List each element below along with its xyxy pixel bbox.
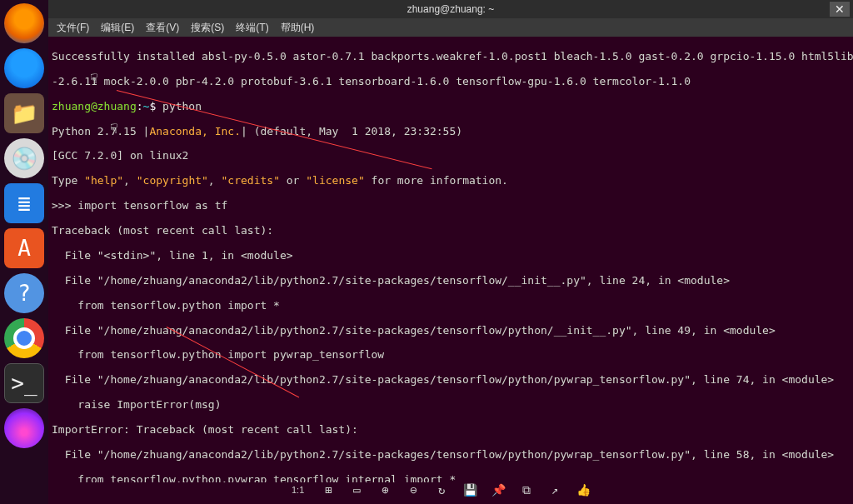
help-icon[interactable]: ? bbox=[4, 273, 44, 313]
pin-icon[interactable]: 📌 bbox=[489, 481, 507, 499]
files-icon[interactable]: 📁 bbox=[4, 93, 44, 133]
menu-edit[interactable]: 编辑(E) bbox=[101, 21, 134, 35]
pip-output-2: -2.6.11 mock-2.0.0 pbr-4.2.0 protobuf-3.… bbox=[52, 76, 850, 88]
tb-line: File "<stdin>", line 1, in <module> bbox=[52, 250, 850, 262]
menu-terminal[interactable]: 终端(T) bbox=[236, 21, 268, 35]
menu-bar: 文件(F) 编辑(E) 查看(V) 搜索(S) 终端(T) 帮助(H) bbox=[48, 18, 853, 37]
tb-line: from tensorflow.python import * bbox=[52, 300, 850, 312]
chrome-icon[interactable] bbox=[4, 318, 44, 358]
thunderbird-icon[interactable] bbox=[4, 48, 44, 88]
tb-line: File "/home/zhuang/anaconda2/lib/python2… bbox=[52, 374, 850, 387]
menu-search[interactable]: 搜索(S) bbox=[191, 21, 224, 35]
screenshot-toolbar: 1:1 ⊞ ▭ ⊕ ⊖ ↻ 💾 📌 ⧉ ↗ 👍 bbox=[292, 480, 592, 500]
window-title: zhuang@zhuang: ~ bbox=[407, 3, 495, 15]
terminal-icon[interactable]: >_ bbox=[4, 363, 44, 403]
menu-file[interactable]: 文件(F) bbox=[57, 21, 89, 35]
launcher-dock: 📁 💿 ≣ A ? >_ bbox=[0, 0, 48, 504]
save-icon[interactable]: 💾 bbox=[461, 481, 479, 499]
tb-line: raise ImportError(msg) bbox=[52, 399, 850, 412]
tb-line: from tensorflow.python import pywrap_ten… bbox=[52, 349, 850, 362]
copy-icon[interactable]: ⧉ bbox=[517, 481, 536, 499]
share-icon[interactable]: ↗ bbox=[546, 481, 564, 499]
flame-icon[interactable] bbox=[4, 408, 44, 448]
prompt-line-1: zhuang@zhuang:~$ python bbox=[52, 101, 850, 113]
close-button[interactable]: ✕ bbox=[830, 2, 850, 17]
ocr-icon[interactable]: ⊞ bbox=[319, 481, 337, 499]
menu-view[interactable]: 查看(V) bbox=[146, 21, 179, 35]
zoom-in-icon[interactable]: ⊕ bbox=[376, 481, 394, 499]
software-icon[interactable]: A bbox=[4, 228, 44, 268]
zoom-ratio: 1:1 bbox=[292, 485, 304, 495]
rotate-icon[interactable]: ↻ bbox=[432, 481, 451, 499]
tb-line: Traceback (most recent call last): bbox=[52, 225, 850, 237]
tb-line: File "/home/zhuang/anaconda2/lib/python2… bbox=[52, 325, 850, 337]
tb-line: File "/home/zhuang/anaconda2/lib/python2… bbox=[52, 275, 850, 287]
fit-icon[interactable]: ▭ bbox=[347, 481, 366, 499]
zoom-out-icon[interactable]: ⊖ bbox=[404, 481, 422, 499]
writer-icon[interactable]: ≣ bbox=[4, 183, 44, 223]
like-icon[interactable]: 👍 bbox=[574, 481, 592, 499]
firefox-icon[interactable] bbox=[4, 3, 44, 43]
terminal-output[interactable]: Successfully installed absl-py-0.5.0 ast… bbox=[48, 37, 853, 482]
repl-import: >>> import tensorflow as tf bbox=[52, 200, 850, 212]
gcc-line: [GCC 7.2.0] on linux2 bbox=[52, 150, 850, 162]
menu-help[interactable]: 帮助(H) bbox=[281, 21, 315, 35]
disks-icon[interactable]: 💿 bbox=[4, 138, 44, 178]
tb-line: ImportError: Traceback (most recent call… bbox=[52, 424, 850, 437]
pip-output-1: Successfully installed absl-py-0.5.0 ast… bbox=[52, 51, 850, 63]
window-titlebar: zhuang@zhuang: ~ ✕ bbox=[48, 0, 853, 18]
python-help-line: Type "help", "copyright", "credits" or "… bbox=[52, 175, 850, 187]
python-version: Python 2.7.15 |Anaconda, Inc.| (default,… bbox=[52, 126, 850, 138]
tb-line: File "/home/zhuang/anaconda2/lib/python2… bbox=[52, 449, 850, 462]
